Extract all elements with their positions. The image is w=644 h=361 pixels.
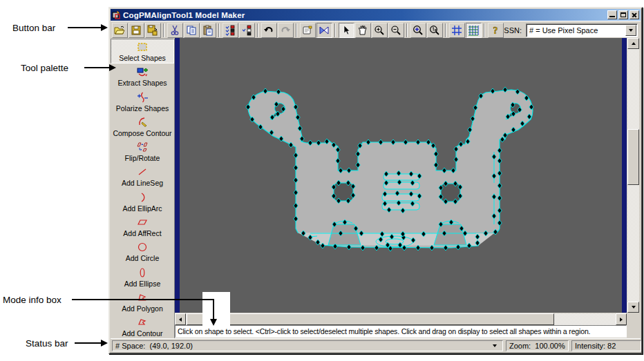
grid-coarse-icon (451, 25, 462, 36)
scroll-up-button[interactable] (627, 38, 639, 49)
add-lineseg-icon (135, 166, 150, 178)
intensity-value: Intensity: 82 (575, 342, 616, 350)
cut-scissors-icon (169, 25, 180, 36)
palette-item-add-affrect[interactable]: Add AffRect (111, 214, 174, 239)
toolbar-separator (334, 23, 336, 37)
scroll-left-button[interactable] (175, 313, 186, 325)
palette-item-flip-rotate[interactable]: Flip/Rotate (111, 139, 174, 164)
paste-button[interactable] (200, 23, 216, 38)
palette-item-compose-contour[interactable]: Compose Contour (111, 114, 174, 139)
checklist-clear-icon (241, 25, 252, 36)
palette-item-select-shapes[interactable]: Select Shapes (111, 39, 174, 64)
redo-button[interactable] (278, 23, 294, 38)
cut-button[interactable] (167, 23, 183, 38)
zoom-1x-icon (429, 25, 440, 36)
copy-button[interactable] (184, 23, 200, 38)
pan-tool-button[interactable] (355, 23, 371, 38)
hscroll-thumb[interactable] (187, 313, 554, 325)
palette-item-add-elliparc[interactable]: Add EllipArc (111, 189, 174, 214)
save-button[interactable] (129, 23, 144, 38)
zoom-out-button[interactable] (388, 23, 404, 38)
palette-item-extract-shapes[interactable]: Extract Shapes (111, 64, 174, 88)
open-button[interactable] (112, 23, 128, 38)
properties-button[interactable] (300, 23, 316, 38)
help-button[interactable]: ? (488, 23, 504, 38)
save-as-button[interactable] (145, 23, 161, 38)
ssn-dropdown-button[interactable] (625, 25, 636, 36)
select-all-shapes-button[interactable] (222, 23, 238, 38)
annotation-arrowhead (101, 340, 108, 347)
status-space-section: # Space: (49.0, 192.0) (112, 340, 503, 351)
toolbar-separator (484, 23, 485, 37)
scroll-down-button[interactable] (627, 302, 639, 313)
annotation-button-bar: Button bar (12, 23, 55, 33)
annotation-arrowhead (109, 64, 116, 71)
redo-arrow-icon (280, 25, 291, 36)
grid-fine-button[interactable] (466, 23, 482, 38)
ssn-combobox-value: # = Use Pixel Space (527, 26, 625, 35)
palette-item-add-circle[interactable]: Add Circle (111, 239, 174, 264)
bracket-image (175, 38, 627, 313)
triangle-up-icon (632, 42, 636, 45)
undo-arrow-icon (263, 25, 274, 36)
help-question-icon: ? (490, 25, 501, 36)
deselect-shapes-button[interactable] (239, 23, 255, 38)
toolbar-separator (445, 23, 446, 37)
vscroll-thumb[interactable] (627, 129, 639, 185)
toolbar-separator (296, 23, 297, 37)
chevron-down-icon (629, 29, 633, 32)
title-bar[interactable]: CogPMAlignTool1 Model Maker (111, 9, 641, 21)
grid-fine-icon (468, 25, 479, 36)
ssn-combobox[interactable]: # = Use Pixel Space (526, 23, 638, 37)
zoom-fit-button[interactable] (410, 23, 426, 38)
bowtie-run-icon (319, 25, 330, 36)
annotation-arrowhead (101, 24, 108, 31)
annotation-line (68, 27, 101, 28)
annotation-line (75, 342, 101, 344)
palette-item-add-contour[interactable]: Add Contour (111, 314, 174, 339)
tool-palette: Select Shapes Extract Shapes Polarize Sh… (111, 39, 175, 340)
grid-coarse-button[interactable] (449, 23, 465, 38)
horizontal-scrollbar[interactable] (175, 313, 627, 325)
annotation-line (213, 299, 214, 320)
palette-item-add-ellipse[interactable]: Add Ellipse (111, 264, 174, 289)
run-button[interactable] (316, 23, 332, 38)
minimize-button-icon[interactable] (607, 10, 617, 19)
undo-button[interactable] (261, 23, 277, 38)
checklist-icon (225, 25, 236, 36)
space-dropdown-icon[interactable] (493, 344, 497, 347)
add-polygon-icon (135, 291, 150, 304)
open-folder-icon (114, 25, 125, 36)
maximize-button-icon[interactable] (618, 10, 628, 19)
palette-item-add-lineseg[interactable]: Add LineSeg (111, 164, 174, 188)
zoom-1x-button[interactable] (427, 23, 443, 38)
status-intensity-section: Intensity: 82 (571, 340, 641, 351)
window-title: CogPMAlignTool1 Model Maker (123, 11, 245, 19)
add-contour-icon (135, 316, 150, 329)
zoom-in-icon (374, 25, 385, 36)
zoom-in-button[interactable] (372, 23, 388, 38)
pointer-cursor-icon (341, 25, 352, 36)
app-window: CogPMAlignTool1 Model Maker (108, 7, 643, 354)
pointer-tool-button[interactable] (339, 23, 354, 38)
triangle-right-icon (620, 318, 623, 322)
close-button-icon[interactable] (629, 10, 639, 19)
polarize-shapes-icon (135, 91, 150, 104)
add-elliparc-icon (135, 191, 150, 204)
save-as-floppy-icon (147, 25, 158, 36)
triangle-left-icon (179, 318, 182, 322)
annotation-line (72, 299, 214, 300)
scroll-right-button[interactable] (616, 313, 627, 325)
add-ellipse-icon (135, 266, 150, 279)
flip-rotate-icon (135, 141, 150, 153)
image-display[interactable] (175, 38, 627, 313)
vertical-scrollbar[interactable] (627, 38, 639, 313)
palette-item-polarize-shapes[interactable]: Polarize Shapes (111, 89, 174, 114)
annotation-status-bar: Status bar (26, 338, 68, 349)
ssn-label: SSN: (504, 26, 522, 35)
scrollbar-corner (627, 313, 639, 338)
annotation-line (84, 67, 109, 68)
palette-item-add-polygon[interactable]: Add Polygon (111, 289, 174, 314)
svg-text:?: ? (493, 26, 498, 36)
page: Button bar Tool palette Mode info box St… (0, 0, 644, 361)
